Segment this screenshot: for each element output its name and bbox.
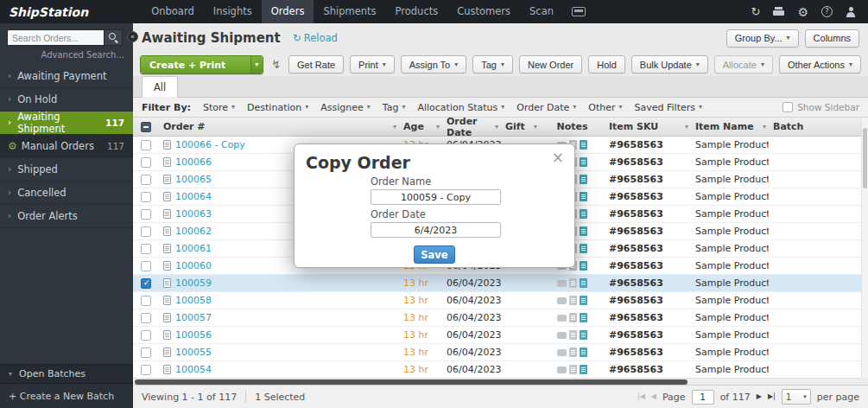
nav-item[interactable]: Insights (204, 0, 262, 23)
order-number-link[interactable]: 100060 (175, 260, 212, 271)
row-checkbox[interactable] (141, 244, 151, 254)
nav-item[interactable]: Scan (520, 0, 563, 23)
order-notes-icon[interactable] (569, 330, 577, 340)
order-number-link[interactable]: 100066 - Copy (175, 139, 245, 150)
column-menu-caret-icon[interactable] (436, 124, 440, 131)
sidebar-item[interactable]: On Hold (0, 88, 133, 112)
scan-device-icon[interactable] (572, 7, 586, 16)
search-orders-input[interactable] (7, 29, 104, 46)
help-icon[interactable]: ? (821, 6, 833, 17)
order-number-link[interactable]: 100055 (175, 347, 212, 358)
row-checkbox[interactable] (141, 313, 151, 323)
advanced-search-link[interactable]: Advanced Search... (0, 48, 133, 65)
settings-gear-icon[interactable] (797, 5, 808, 19)
internal-notes-icon[interactable] (580, 330, 587, 340)
internal-notes-icon[interactable] (580, 175, 587, 184)
filter-dropdown[interactable]: Destination (247, 102, 308, 113)
nav-item[interactable]: Customers (447, 0, 520, 23)
columns-button[interactable]: Columns (805, 29, 859, 48)
filter-dropdown[interactable]: Allocation Status (417, 102, 504, 113)
column-header-batch[interactable]: Batch (769, 118, 861, 136)
order-number-link[interactable]: 100063 (175, 208, 212, 220)
internal-notes-icon[interactable] (580, 226, 587, 236)
open-batches-bar[interactable]: Open Batches (0, 364, 133, 383)
order-notes-icon[interactable] (569, 347, 577, 357)
nav-item[interactable]: Products (386, 0, 448, 23)
internal-notes-icon[interactable] (580, 261, 587, 271)
order-number-link[interactable]: 100062 (175, 226, 212, 237)
column-header-item-sku[interactable]: Item SKU (605, 118, 691, 136)
create-print-label-button[interactable]: Create + Print Label (140, 55, 263, 74)
row-checkbox[interactable] (141, 226, 151, 237)
order-number-link[interactable]: 100059 (175, 277, 212, 289)
row-checkbox[interactable] (141, 192, 151, 202)
buyer-notes-icon[interactable] (557, 349, 567, 356)
sidebar-collapse-handle[interactable] (127, 31, 138, 42)
row-checkbox[interactable] (141, 175, 151, 185)
column-menu-caret-icon[interactable] (685, 124, 688, 131)
filter-dropdown[interactable]: Other (588, 102, 622, 113)
order-number-link[interactable]: 100057 (175, 312, 212, 323)
buyer-notes-icon[interactable] (557, 367, 567, 373)
table-row[interactable]: 100059 13 hr 06/04/2023 #9 (133, 275, 861, 292)
hold-button[interactable]: Hold (588, 55, 625, 73)
row-checkbox[interactable] (141, 365, 151, 375)
internal-notes-icon[interactable] (580, 192, 587, 201)
order-number-link[interactable]: 100054 (175, 364, 212, 375)
sidebar-item[interactable]: Awaiting Payment (0, 65, 133, 88)
internal-notes-icon[interactable] (580, 347, 587, 357)
first-page-icon[interactable] (637, 393, 645, 400)
row-checkbox[interactable] (141, 330, 151, 341)
column-header-age[interactable]: Age (399, 118, 442, 136)
other-actions-button[interactable]: Other Actions (779, 55, 861, 73)
sidebar-item[interactable]: Shipped (0, 158, 133, 182)
filter-dropdown[interactable]: Assignee (320, 102, 371, 113)
get-rate-button[interactable]: Get Rate (288, 55, 344, 73)
per-page-select[interactable]: 1 (782, 389, 811, 405)
column-menu-caret-icon[interactable] (393, 124, 396, 131)
order-number-link[interactable]: 100065 (175, 174, 212, 185)
refresh-icon[interactable] (751, 5, 761, 18)
column-menu-caret-icon[interactable] (495, 124, 498, 131)
select-all-checkbox[interactable] (141, 122, 151, 132)
column-header-notes[interactable]: Notes (540, 118, 605, 136)
bulk-update-button[interactable]: Bulk Update (631, 55, 708, 73)
previous-page-icon[interactable] (651, 393, 656, 400)
printer-icon[interactable] (773, 7, 784, 16)
table-row[interactable]: 100054 13 hr 06/04/2023 #9 (133, 361, 861, 378)
next-page-icon[interactable] (757, 393, 762, 400)
column-menu-caret-icon[interactable] (763, 124, 766, 131)
buyer-notes-icon[interactable] (557, 315, 567, 322)
table-row[interactable]: 100058 13 hr 06/04/2023 #9 (133, 292, 861, 309)
close-icon[interactable] (552, 150, 564, 165)
row-checkbox[interactable] (141, 347, 151, 358)
order-notes-icon[interactable] (569, 296, 577, 305)
new-order-button[interactable]: New Order (519, 55, 582, 73)
filter-dropdown[interactable]: Tag (383, 102, 406, 113)
row-checkbox[interactable] (141, 209, 151, 220)
sidebar-item[interactable]: Awaiting Shipment 117 (0, 112, 133, 135)
group-by-button[interactable]: Group By... (726, 29, 799, 48)
buyer-notes-icon[interactable] (557, 297, 567, 304)
table-row[interactable]: 100055 13 hr 06/04/2023 #9 (133, 344, 861, 361)
order-notes-icon[interactable] (569, 365, 577, 374)
show-sidebar-checkbox[interactable] (782, 102, 793, 112)
nav-item[interactable]: Orders (262, 0, 314, 23)
column-menu-caret-icon[interactable] (534, 124, 537, 131)
table-row[interactable]: 100057 13 hr 06/04/2023 #9 (133, 309, 861, 327)
order-notes-icon[interactable] (569, 278, 577, 288)
order-number-link[interactable]: 100064 (175, 191, 212, 202)
row-checkbox[interactable] (141, 261, 151, 271)
lightning-bolt-icon[interactable] (271, 58, 281, 71)
order-date-input[interactable] (371, 222, 501, 238)
row-checkbox[interactable] (141, 278, 151, 289)
column-header-item-name[interactable]: Item Name (691, 118, 769, 136)
tab-all[interactable]: All (142, 76, 178, 98)
account-icon[interactable] (846, 7, 856, 17)
order-number-link[interactable]: 100061 (175, 243, 212, 254)
internal-notes-icon[interactable] (580, 365, 587, 374)
search-button[interactable] (104, 29, 123, 46)
assign-to-button[interactable]: Assign To (401, 55, 467, 73)
last-page-icon[interactable] (768, 393, 776, 400)
filter-dropdown[interactable]: Store (203, 102, 235, 113)
